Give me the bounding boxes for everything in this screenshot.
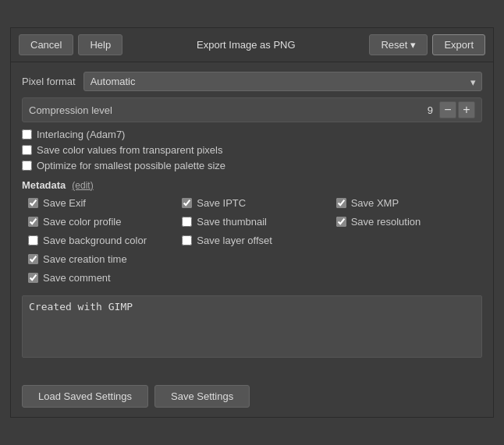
export-button[interactable]: Export [432, 34, 485, 55]
save-color-values-label: Save color values from transparent pixel… [37, 144, 222, 156]
compression-label: Compression level [29, 104, 428, 116]
reset-label: Reset [381, 39, 407, 51]
save-creation-time-row: Save creation time [28, 253, 174, 265]
load-settings-button[interactable]: Load Saved Settings [22, 385, 148, 408]
dialog-title: Export Image as PNG [127, 39, 364, 51]
save-color-values-row: Save color values from transparent pixel… [22, 144, 482, 156]
save-color-profile-label: Save color profile [43, 216, 121, 228]
save-resolution-row: Save resolution [336, 216, 482, 228]
save-thumbnail-label: Save thumbnail [197, 216, 267, 228]
save-creation-time-checkbox[interactable] [28, 254, 38, 264]
metadata-grid: Save Exif Save IPTC Save XMP Save color … [22, 197, 482, 288]
save-exif-label: Save Exif [43, 197, 86, 209]
save-xmp-row: Save XMP [336, 197, 482, 209]
compression-value: 9 [428, 104, 433, 116]
save-exif-row: Save Exif [28, 197, 174, 209]
save-thumbnail-row: Save thumbnail [182, 216, 328, 228]
save-thumbnail-checkbox[interactable] [182, 217, 192, 227]
pixel-format-select-wrap: Automatic 8 bpc GRAY 8 bpc RGB 16 bpc GR… [83, 72, 482, 91]
save-resolution-checkbox[interactable] [336, 217, 346, 227]
save-background-color-label: Save background color [43, 235, 147, 246]
save-xmp-label: Save XMP [351, 197, 399, 209]
pixel-format-row: Pixel format Automatic 8 bpc GRAY 8 bpc … [22, 72, 482, 91]
compression-minus-button[interactable]: − [439, 101, 456, 118]
save-layer-offset-row: Save layer offset [182, 235, 328, 246]
toolbar: Cancel Help Export Image as PNG Reset ▾ … [11, 28, 493, 62]
reset-button[interactable]: Reset ▾ [369, 34, 428, 55]
save-iptc-checkbox[interactable] [182, 198, 192, 208]
save-comment-label: Save comment [43, 272, 111, 284]
save-comment-row: Save comment [28, 272, 174, 284]
save-comment-checkbox[interactable] [28, 273, 38, 283]
optimize-palette-label: Optimize for smallest possible palette s… [37, 160, 225, 171]
plus-icon: + [463, 104, 470, 116]
minus-icon: − [444, 104, 451, 116]
save-background-color-row: Save background color [28, 235, 174, 246]
save-settings-button[interactable]: Save Settings [154, 385, 250, 408]
save-iptc-label: Save IPTC [197, 197, 246, 209]
export-dialog: Cancel Help Export Image as PNG Reset ▾ … [10, 27, 494, 418]
pixel-format-select[interactable]: Automatic 8 bpc GRAY 8 bpc RGB 16 bpc GR… [83, 72, 482, 91]
metadata-title: Metadata [22, 179, 66, 191]
interlacing-row: Interlacing (Adam7) [22, 129, 482, 140]
save-background-color-checkbox[interactable] [28, 235, 38, 245]
optimize-palette-row: Optimize for smallest possible palette s… [22, 160, 482, 171]
save-layer-offset-label: Save layer offset [197, 235, 272, 246]
compression-row: Compression level 9 − + [22, 97, 482, 122]
comment-textarea[interactable] [22, 295, 482, 358]
metadata-header: Metadata (edit) [22, 179, 482, 191]
bottom-bar: Load Saved Settings Save Settings [11, 379, 493, 417]
save-xmp-checkbox[interactable] [336, 198, 346, 208]
save-exif-checkbox[interactable] [28, 198, 38, 208]
save-color-profile-checkbox[interactable] [28, 217, 38, 227]
compression-plus-button[interactable]: + [458, 101, 475, 118]
save-creation-time-label: Save creation time [43, 253, 127, 265]
pixel-format-label: Pixel format [22, 76, 76, 87]
save-resolution-label: Save resolution [351, 216, 421, 228]
optimize-palette-checkbox[interactable] [22, 161, 32, 171]
metadata-edit-link[interactable]: (edit) [72, 180, 93, 191]
content-area: Pixel format Automatic 8 bpc GRAY 8 bpc … [11, 62, 493, 379]
chevron-down-icon: ▾ [410, 39, 416, 51]
help-button[interactable]: Help [78, 34, 122, 55]
save-layer-offset-checkbox[interactable] [182, 235, 192, 245]
save-color-profile-row: Save color profile [28, 216, 174, 228]
save-iptc-row: Save IPTC [182, 197, 328, 209]
cancel-button[interactable]: Cancel [19, 34, 73, 55]
save-color-values-checkbox[interactable] [22, 145, 32, 155]
interlacing-checkbox[interactable] [22, 129, 32, 140]
interlacing-label: Interlacing (Adam7) [37, 129, 125, 140]
